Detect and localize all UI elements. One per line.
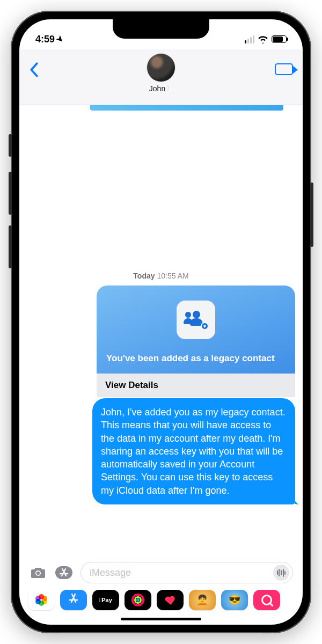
timestamp-day: Today [133,272,155,280]
app-appstore[interactable] [60,590,87,610]
message-list[interactable]: Today10:55 AM ♥ You've been added as a l… [19,111,303,557]
previous-message-edge [90,105,283,111]
iphone-frame: 4:59 ➤ John 〉 [11,11,311,633]
cell-signal-icon [245,35,254,43]
battery-icon [272,35,287,43]
chevron-right-icon: 〉 [166,84,173,93]
video-icon [275,63,293,75]
card-title: You've been added as a legacy contact [106,353,275,364]
app-memoji[interactable]: 🧑‍🦱 [189,590,216,610]
appstore-icon [68,592,79,608]
location-icon: ➤ [55,33,67,45]
app-store-apps-button[interactable] [55,565,73,581]
heart-icon [164,595,176,606]
notch [113,19,209,39]
screen: 4:59 ➤ John 〉 [19,19,303,625]
timestamp: Today10:55 AM [27,272,295,280]
memoji-icon-2: 😎 [229,594,240,606]
facetime-button[interactable] [272,54,293,75]
status-time: 4:59 [35,34,55,45]
conversation-header: John 〉 [19,49,303,105]
home-indicator[interactable] [121,618,201,620]
imessage-app-drawer[interactable]: Pay 🧑‍🦱 😎 [19,587,303,618]
contact-name-label: John [149,84,165,93]
back-button[interactable] [29,54,50,81]
view-details-button[interactable]: View Details [97,374,295,397]
search-icon [261,595,272,605]
volume-down-button [9,225,12,268]
timestamp-time: 10:55 AM [157,272,189,280]
compose-bar: iMessage [19,557,303,587]
memoji-icon: 🧑‍🦱 [196,594,208,606]
message-placeholder: iMessage [90,567,273,579]
app-fitness[interactable] [125,590,151,610]
power-button [310,182,313,247]
audio-message-button[interactable] [273,565,289,581]
wifi-icon [258,35,268,43]
camera-button[interactable] [29,565,47,581]
app-photos[interactable] [28,590,55,610]
activity-rings-icon [131,594,144,606]
photos-icon [35,594,47,606]
mute-switch [9,134,12,157]
sent-message-bubble[interactable]: John, I've added you as my legacy contac… [92,398,295,504]
app-apple-pay[interactable]: Pay [92,590,119,610]
app-health[interactable] [157,590,184,610]
app-music[interactable]: 😎 [221,590,248,610]
message-input[interactable]: iMessage [80,562,293,583]
contact-info-button[interactable]: John 〉 [50,54,272,93]
apple-pay-label: Pay [99,597,112,603]
legacy-contact-card[interactable]: ♥ You've been added as a legacy contact … [97,286,295,397]
card-header: ♥ You've been added as a legacy contact [97,286,295,374]
app-images[interactable] [253,590,280,610]
volume-up-button [9,172,12,215]
contact-avatar [147,54,175,82]
legacy-contact-icon: ♥ [177,301,215,339]
svg-point-1 [36,572,40,575]
